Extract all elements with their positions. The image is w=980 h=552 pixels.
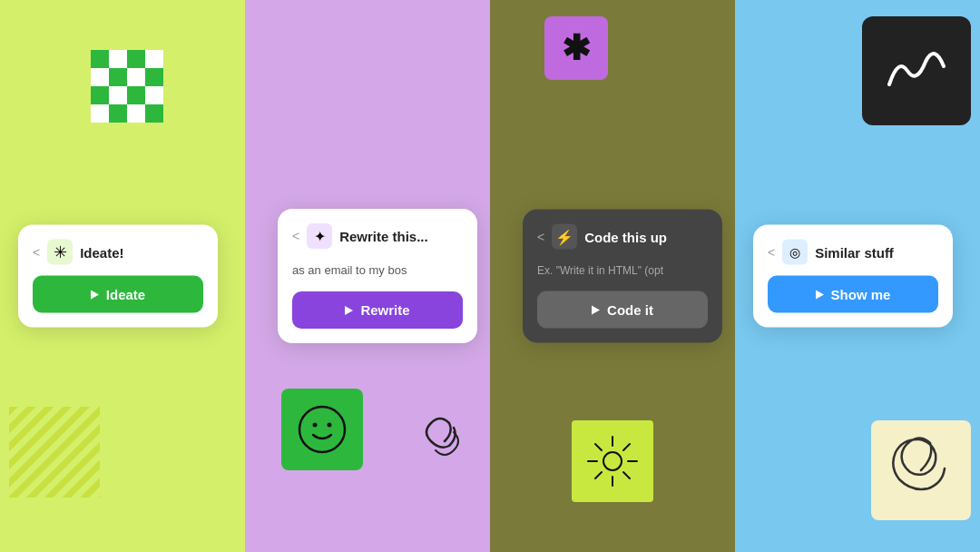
rewrite-title: Rewrite this... [339,229,428,244]
code-back-button[interactable]: < [537,230,544,244]
dark-box-deco [862,16,971,125]
asterisk-sticker: ✱ [544,16,608,80]
similar-icon: ◎ [782,240,808,265]
rewrite-card: < ✦ Rewrite this... Rewrite [278,209,477,343]
svg-rect-11 [145,86,163,104]
svg-rect-1 [109,50,127,68]
svg-rect-2 [127,50,145,68]
svg-point-22 [603,452,622,470]
panel-code: ✱ < ⚡ Code this up Code it [490,0,735,552]
rewrite-btn-label: Rewrite [360,302,409,318]
ideate-btn-label: Ideate [106,287,145,302]
svg-rect-15 [145,104,163,123]
similar-btn-label: Show me [831,287,891,302]
ideate-card-header: < ✳ Ideate! [33,240,203,265]
code-button[interactable]: Code it [537,291,708,329]
play-icon [91,290,99,299]
svg-rect-14 [127,104,145,123]
svg-rect-18 [9,407,100,498]
spiral-right-deco [871,420,971,520]
svg-line-29 [623,444,630,450]
panel-similar: < ◎ Similar stuff Show me [735,0,980,552]
ideate-title: Ideate! [80,244,123,260]
similar-button[interactable]: Show me [768,276,938,313]
svg-rect-5 [109,68,127,86]
svg-rect-12 [91,104,109,123]
spiral-doodle [417,414,472,479]
code-btn-label: Code it [607,302,653,318]
similar-back-button[interactable]: < [768,245,775,260]
code-card-header: < ⚡ Code this up [537,224,708,250]
svg-rect-13 [109,104,127,123]
code-icon: ⚡ [552,224,577,250]
ideate-card: < ✳ Ideate! Ideate [18,225,218,328]
svg-rect-0 [91,50,109,68]
ideate-icon: ✳ [47,240,73,265]
code-title: Code this up [584,229,667,244]
rewrite-icon: ✦ [307,223,332,249]
svg-point-19 [299,407,345,452]
rewrite-input[interactable] [292,260,463,281]
sun-sticker [572,420,653,502]
svg-rect-4 [91,68,109,86]
svg-line-28 [623,472,630,478]
similar-card: < ◎ Similar stuff Show me [753,225,953,328]
rewrite-card-header: < ✦ Rewrite this... [292,223,463,249]
svg-rect-8 [91,86,109,104]
ideate-back-button[interactable]: < [33,245,40,260]
code-card: < ⚡ Code this up Code it [523,210,722,343]
panel-ideate: < ✳ Ideate! Ideate [0,0,245,552]
play-icon-similar [816,290,824,299]
svg-point-21 [328,423,332,428]
play-icon-rewrite [345,306,353,315]
rewrite-button[interactable]: Rewrite [292,291,463,329]
svg-line-30 [595,472,602,478]
ideate-button[interactable]: Ideate [33,276,203,313]
play-icon-code [592,305,600,314]
rewrite-back-button[interactable]: < [292,229,299,243]
svg-rect-7 [145,68,163,86]
code-input[interactable] [537,261,708,281]
stripes-deco [9,407,100,498]
svg-rect-10 [127,86,145,104]
svg-point-20 [313,423,318,428]
similar-card-header: < ◎ Similar stuff [768,240,938,265]
svg-rect-6 [127,68,145,86]
svg-rect-9 [109,86,127,104]
svg-line-27 [595,444,602,450]
similar-title: Similar stuff [815,244,894,260]
smiley-deco [281,389,363,470]
checker-deco [91,50,163,123]
svg-rect-3 [145,50,163,68]
panel-rewrite: < ✦ Rewrite this... Rewrite [245,0,490,552]
